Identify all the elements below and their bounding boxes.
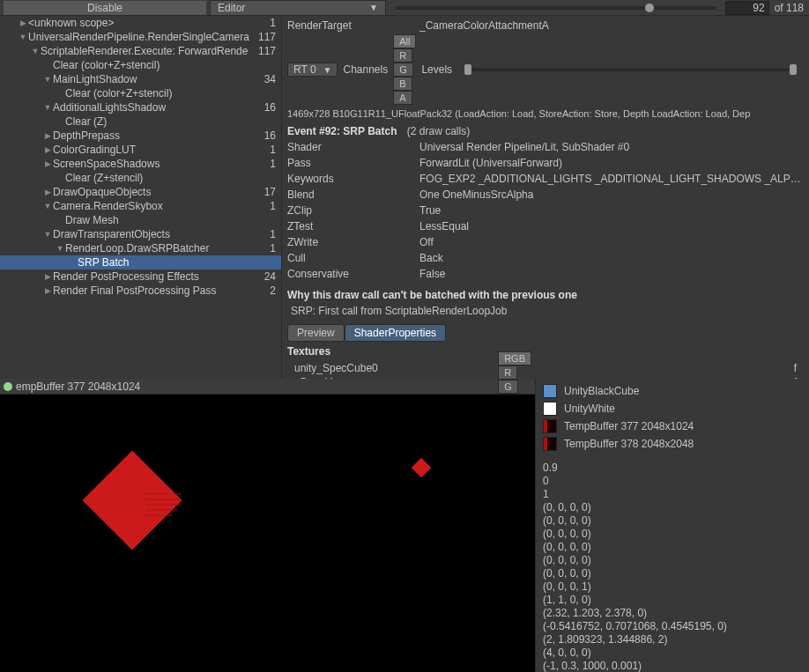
mode-dropdown[interactable]: Editor ▼ [210, 0, 386, 16]
tree-row[interactable]: Draw Mesh [0, 213, 281, 227]
property-label: Conservative [287, 268, 419, 280]
tab-shaderproperties[interactable]: ShaderProperties [345, 324, 446, 342]
tree-row[interactable]: SRP Batch [0, 255, 281, 270]
value-line: (0, 0, 0, 0) [543, 554, 802, 567]
disable-button[interactable]: Disable [4, 1, 206, 15]
chevron-down-icon: ▼ [369, 3, 378, 12]
channel-all-button[interactable]: All [393, 34, 416, 48]
value-line: 0 [543, 475, 802, 488]
info-texture-row[interactable]: TempBuffer 377 2048x1024 [543, 417, 802, 435]
tree-label: <unknown scope> [28, 17, 266, 29]
value-line: 1 [543, 488, 802, 501]
info-texture-row[interactable]: UnityWhite [543, 400, 802, 417]
swatch-icon [543, 402, 557, 416]
info-texture-row[interactable]: UnityBlackCube [543, 382, 802, 400]
triangle-down-icon[interactable]: ▼ [55, 244, 65, 253]
tree-row[interactable]: ▼MainLightShadow34 [0, 72, 281, 86]
frame-number-input[interactable] [725, 1, 769, 15]
mode-dropdown-label: Editor [218, 2, 245, 14]
value-line: (2.32, 1.203, 2.378, 0) [543, 607, 802, 620]
tree-label: DrawTransparentObjects [53, 228, 266, 240]
preview-canvas[interactable] [0, 395, 535, 672]
tree-count: 1 [266, 144, 276, 156]
property-row: ZTestLessEqual [287, 218, 804, 234]
triangle-down-icon[interactable]: ▼ [42, 75, 53, 84]
tree-row[interactable]: ▶<unknown scope>1 [0, 16, 281, 30]
channel-r-button[interactable]: R [393, 48, 412, 63]
levels-min-thumb[interactable] [464, 64, 471, 75]
triangle-down-icon[interactable]: ▼ [18, 33, 28, 41]
tree-row[interactable]: ▼Camera.RenderSkybox1 [0, 199, 281, 213]
tree-count: 117 [255, 45, 276, 57]
frame-slider[interactable] [395, 6, 716, 10]
triangle-right-icon[interactable]: ▶ [42, 159, 53, 168]
property-row: ZClipTrue [287, 203, 804, 218]
property-label: Cull [287, 252, 419, 264]
frame-slider-thumb[interactable] [645, 4, 654, 12]
tree-row[interactable]: ▶Render PostProcessing Effects24 [0, 270, 281, 284]
triangle-right-icon[interactable]: ▶ [18, 18, 28, 27]
tree-row[interactable]: ▶ScreenSpaceShadows1 [0, 157, 281, 171]
tree-count: 1 [266, 200, 276, 212]
value-line: (2, 1.809323, 1.344886, 2) [543, 633, 802, 646]
tree-row[interactable]: ▶DrawOpaqueObjects17 [0, 185, 281, 199]
detail-panel: RenderTarget _CameraColorAttachmentA RT … [282, 16, 809, 379]
triangle-down-icon[interactable]: ▼ [42, 202, 53, 210]
texture-row[interactable]: unity_SpecCube0f [287, 361, 804, 375]
tree-row[interactable]: Clear (Z+stencil) [0, 171, 281, 185]
tree-count: 1 [266, 158, 276, 170]
info-texture-row[interactable]: TempBuffer 378 2048x2048 [543, 435, 802, 453]
tree-row[interactable]: Clear (color+Z+stencil) [0, 86, 281, 100]
triangle-right-icon[interactable]: ▶ [42, 131, 53, 140]
tree-label: AdditionalLightsShadow [53, 101, 261, 114]
triangle-right-icon[interactable]: ▶ [42, 286, 53, 295]
channel-a-button[interactable]: A [393, 91, 412, 105]
tab-preview[interactable]: Preview [287, 324, 345, 342]
property-value: One OneMinusSrcAlpha [419, 188, 804, 201]
channel-g-button[interactable]: G [393, 63, 413, 77]
tree-row[interactable]: ▼AdditionalLightsShadow16 [0, 100, 281, 114]
value-line: (4, 0, 0, 0) [543, 646, 802, 660]
format-info: 1469x728 B10G11R11_UFloatPack32 (LoadAct… [287, 108, 804, 119]
swatch-icon [543, 384, 557, 398]
channel-r-button[interactable]: R [498, 366, 517, 380]
tree-row[interactable]: ▼DrawTransparentObjects1 [0, 227, 281, 241]
triangle-down-icon[interactable]: ▼ [42, 230, 53, 239]
channel-g-button[interactable]: G [498, 380, 518, 394]
property-value: Universal Render Pipeline/Lit, SubShader… [419, 141, 804, 153]
value-line: 0.9 [543, 462, 802, 475]
tree-count: 1 [266, 242, 276, 255]
event-tree[interactable]: ▶<unknown scope>1▼UniversalRenderPipelin… [0, 16, 282, 379]
levels-max-thumb[interactable] [790, 64, 797, 75]
info-texture-label: TempBuffer 377 2048x1024 [564, 420, 694, 432]
tree-row[interactable]: ▶DepthPrepass16 [0, 129, 281, 143]
info-texture-label: UnityBlackCube [564, 385, 639, 397]
value-line: (0, 0, 0, 0) [543, 567, 802, 580]
tree-row[interactable]: ▼RenderLoop.DrawSRPBatcher1 [0, 241, 281, 255]
triangle-down-icon[interactable]: ▼ [42, 103, 53, 112]
triangle-down-icon[interactable]: ▼ [30, 47, 41, 55]
render-target-label: RenderTarget [287, 19, 419, 32]
info-texture-label: UnityWhite [564, 402, 615, 415]
tree-count: 24 [261, 270, 276, 283]
tree-label: Clear (Z) [65, 115, 276, 128]
rt-dropdown[interactable]: RT 0 ▼ [287, 63, 338, 77]
tree-row[interactable]: Clear (color+Z+stencil) [0, 58, 281, 72]
levels-slider[interactable] [464, 68, 797, 71]
value-line: (-0.5416752, 0.7071068, 0.4545195, 0) [543, 620, 802, 633]
channel-b-button[interactable]: B [393, 77, 412, 91]
tree-row[interactable]: Clear (Z) [0, 114, 281, 129]
tree-count: 17 [261, 186, 276, 198]
texture-name: unity_SpecCube0 [287, 362, 783, 374]
value-line: (0, 0, 0, 0) [543, 501, 802, 514]
property-label: ZWrite [287, 236, 419, 248]
tree-row[interactable]: ▼ScriptableRenderer.Execute: ForwardRend… [0, 44, 281, 58]
triangle-right-icon[interactable]: ▶ [42, 188, 53, 196]
triangle-right-icon[interactable]: ▶ [42, 145, 53, 154]
tree-row[interactable]: ▶Render Final PostProcessing Pass2 [0, 284, 281, 298]
channel-rgb-button[interactable]: RGB [498, 351, 531, 366]
triangle-right-icon[interactable]: ▶ [42, 272, 53, 281]
tree-row[interactable]: ▶ColorGradingLUT1 [0, 143, 281, 157]
tree-row[interactable]: ▼UniversalRenderPipeline.RenderSingleCam… [0, 30, 281, 44]
value-line: (0, 0, 0, 0) [543, 514, 802, 528]
